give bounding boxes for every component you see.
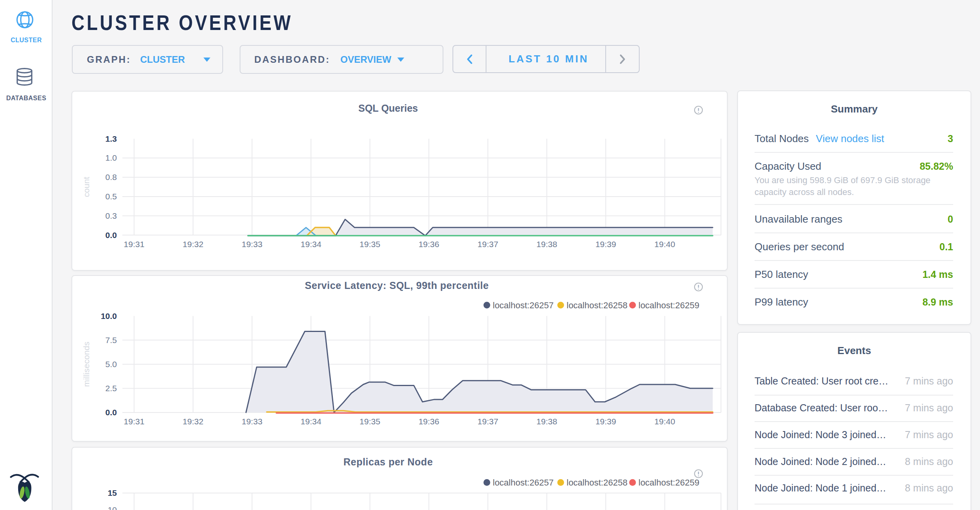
svg-text:19:33: 19:33 — [242, 417, 263, 426]
svg-text:19:34: 19:34 — [300, 417, 321, 426]
svg-text:0.5: 0.5 — [105, 192, 117, 201]
svg-text:19:37: 19:37 — [477, 240, 498, 249]
svg-text:count: count — [82, 177, 91, 197]
svg-text:19:40: 19:40 — [654, 417, 675, 426]
svg-text:localhost:26259: localhost:26259 — [638, 478, 699, 488]
svg-text:10: 10 — [108, 505, 117, 510]
svg-text:milliseconds: milliseconds — [82, 342, 91, 387]
svg-text:7.5: 7.5 — [105, 336, 117, 345]
svg-text:0.3: 0.3 — [105, 211, 117, 220]
svg-text:localhost:26258: localhost:26258 — [567, 300, 627, 310]
svg-text:1.3: 1.3 — [105, 134, 117, 143]
svg-text:19:38: 19:38 — [537, 240, 558, 249]
svg-text:0.8: 0.8 — [105, 172, 117, 182]
svg-text:SQL Queries: SQL Queries — [359, 103, 418, 114]
svg-text:19:35: 19:35 — [360, 417, 381, 426]
svg-text:localhost:26257: localhost:26257 — [493, 300, 554, 310]
svg-text:19:32: 19:32 — [183, 417, 204, 426]
svg-text:19:40: 19:40 — [654, 240, 675, 249]
svg-text:Replicas per Node: Replicas per Node — [344, 456, 433, 467]
svg-text:19:35: 19:35 — [360, 240, 381, 249]
svg-text:19:37: 19:37 — [477, 417, 498, 426]
svg-text:19:31: 19:31 — [124, 240, 145, 249]
svg-text:19:39: 19:39 — [595, 417, 616, 426]
svg-text:19:36: 19:36 — [419, 240, 439, 249]
svg-text:5.0: 5.0 — [105, 360, 117, 369]
svg-text:10.0: 10.0 — [101, 311, 117, 321]
svg-text:19:36: 19:36 — [419, 417, 439, 426]
svg-text:localhost:26259: localhost:26259 — [638, 300, 699, 310]
svg-text:0.0: 0.0 — [105, 408, 117, 417]
svg-text:localhost:26258: localhost:26258 — [567, 478, 627, 488]
svg-text:19:39: 19:39 — [595, 240, 616, 249]
svg-text:1.0: 1.0 — [105, 153, 117, 162]
svg-text:2.5: 2.5 — [105, 384, 117, 393]
svg-text:19:34: 19:34 — [300, 240, 321, 249]
svg-text:19:31: 19:31 — [124, 417, 145, 426]
svg-text:19:32: 19:32 — [183, 240, 204, 249]
svg-text:localhost:26257: localhost:26257 — [493, 478, 554, 488]
svg-text:0.0: 0.0 — [105, 231, 117, 240]
svg-text:19:33: 19:33 — [242, 240, 263, 249]
svg-text:15: 15 — [108, 488, 117, 497]
svg-text:19:38: 19:38 — [537, 417, 558, 426]
svg-text:Service Latency: SQL, 99th per: Service Latency: SQL, 99th percentile — [305, 280, 489, 291]
